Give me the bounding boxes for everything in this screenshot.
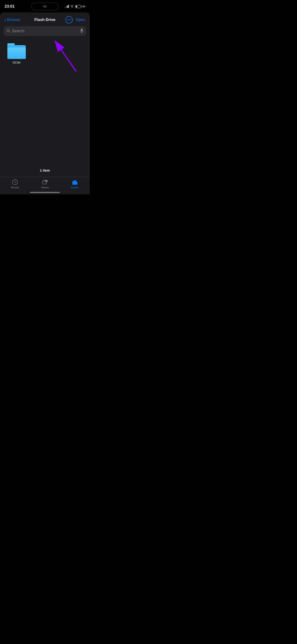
search-icon xyxy=(6,29,10,34)
nav-actions: Open xyxy=(66,16,85,24)
tab-recents[interactable]: Recents xyxy=(7,179,23,189)
status-bar: 23:01 xyxy=(0,0,90,12)
chevron-left-icon: ‹ xyxy=(4,18,6,22)
microphone-icon[interactable] xyxy=(80,28,83,34)
item-count: 1 item xyxy=(0,164,90,176)
open-button[interactable]: Open xyxy=(76,18,85,22)
wifi-icon xyxy=(70,4,74,8)
camera-icon xyxy=(43,5,47,8)
list-item[interactable]: DCIM xyxy=(4,43,28,64)
search-placeholder[interactable]: Search xyxy=(12,29,78,34)
back-button[interactable]: ‹ Browse xyxy=(4,18,20,22)
signal-strength xyxy=(65,5,69,8)
file-grid: DCIM xyxy=(0,40,90,68)
search-bar[interactable]: Search xyxy=(4,26,86,36)
nav-bar: ‹ Browse Flash Drive Open xyxy=(0,12,90,26)
folder-icon xyxy=(7,43,26,59)
tab-browse[interactable]: Browse xyxy=(67,179,83,189)
page-title: Flash Drive xyxy=(34,18,56,22)
svg-rect-17 xyxy=(72,181,74,182)
more-button[interactable] xyxy=(66,16,73,24)
browse-label: Browse xyxy=(71,186,78,189)
recents-icon xyxy=(12,179,18,186)
svg-rect-6 xyxy=(81,28,82,31)
tab-shared[interactable]: Shared xyxy=(37,179,53,189)
svg-line-5 xyxy=(9,31,10,32)
status-time: 23:01 xyxy=(4,4,14,9)
browse-icon xyxy=(72,179,78,186)
home-indicator xyxy=(30,192,60,193)
recents-label: Recents xyxy=(11,186,19,189)
shared-label: Shared xyxy=(41,186,48,189)
app-container: ‹ Browse Flash Drive Open xyxy=(0,12,90,194)
shared-icon xyxy=(42,179,48,186)
back-label: Browse xyxy=(7,18,20,22)
svg-rect-0 xyxy=(43,6,46,7)
battery-indicator: 26 xyxy=(75,5,85,8)
ellipsis-icon xyxy=(67,19,71,20)
search-bar-container: Search xyxy=(0,26,90,40)
file-name: DCIM xyxy=(13,61,20,64)
status-indicators: 26 xyxy=(65,4,85,8)
svg-marker-1 xyxy=(46,6,46,7)
svg-line-11 xyxy=(15,182,16,183)
dynamic-island xyxy=(31,2,59,10)
